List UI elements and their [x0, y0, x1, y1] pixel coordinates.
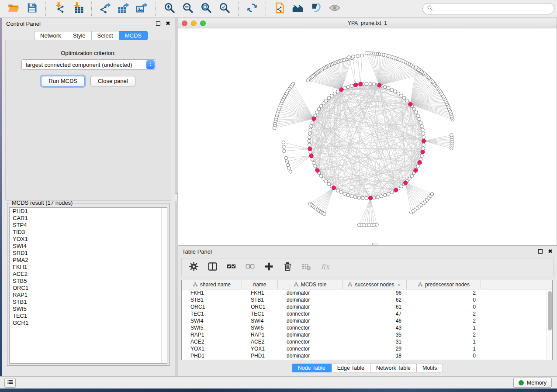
network-graph[interactable] [178, 28, 557, 245]
tab-select[interactable]: Select [92, 31, 119, 40]
show-columns-button[interactable] [207, 261, 218, 273]
column-header-successor-nodes[interactable]: successor nodes [343, 280, 407, 289]
task-history-button[interactable] [4, 378, 16, 388]
horizontal-splitter-handle[interactable] [372, 243, 378, 246]
mcds-result-item[interactable]: RAP1 [10, 292, 167, 299]
table-row[interactable]: SWI4SWI4dominator462 [182, 317, 552, 324]
table-cell: 0 [407, 303, 481, 310]
table-row[interactable]: ACE2ACE2connector311 [182, 338, 552, 345]
mcds-result-group: MCDS result (17 nodes) PHD1CAR1STP4TID3Y… [7, 203, 170, 366]
delete-table-button [301, 261, 312, 273]
create-column-button[interactable] [263, 261, 274, 273]
tab-motifs[interactable]: Motifs [417, 364, 443, 372]
table-row[interactable]: YOX1YOX1connector291 [182, 345, 552, 352]
toggle-graphics-details-button[interactable] [308, 2, 324, 16]
export-network-icon [99, 2, 111, 16]
table-cell: 62 [343, 296, 407, 303]
deselect-all-icon [245, 261, 255, 273]
export-network-button[interactable] [97, 2, 113, 16]
mcds-result-item[interactable]: YOX1 [10, 236, 167, 243]
toggle-graphics-details-icon [310, 2, 322, 16]
splitter-handle[interactable] [175, 193, 178, 201]
mcds-result-item[interactable]: SWI4 [10, 243, 167, 250]
search-input[interactable] [436, 4, 550, 14]
zoom-selected-button[interactable] [217, 2, 232, 16]
tab-network[interactable]: Network [34, 31, 67, 40]
table-row[interactable]: ORC1ORC1dominator610 [182, 303, 552, 310]
table-cell: 0 [407, 352, 481, 359]
clone-network-button[interactable] [272, 2, 287, 16]
search-field[interactable] [422, 3, 554, 14]
zoom-out-button[interactable] [180, 2, 196, 16]
table-row[interactable]: FKH1FKH1dominator962 [182, 289, 552, 296]
tab-network-table[interactable]: Network Table [370, 364, 417, 372]
network-canvas[interactable] [178, 28, 557, 245]
mcds-result-item[interactable]: STB5 [10, 278, 167, 285]
mcds-result-item[interactable]: ACE2 [10, 271, 167, 278]
mcds-result-item[interactable]: STP4 [10, 222, 167, 229]
float-panel-icon[interactable] [156, 21, 160, 26]
column-header-name[interactable]: name [242, 280, 278, 289]
import-table-button[interactable] [70, 2, 86, 16]
mcds-result-item[interactable]: PMA2 [10, 257, 167, 264]
table-cell: 1 [407, 345, 481, 352]
refresh-button[interactable] [244, 2, 260, 16]
table-row[interactable]: SWI5SWI5connector431 [182, 324, 552, 331]
table-close-icon[interactable]: ✖ [548, 249, 553, 254]
mcds-result-item[interactable]: GCR1 [10, 320, 167, 327]
tab-style[interactable]: Style [67, 31, 92, 40]
mcds-result-item[interactable]: PHD1 [10, 208, 167, 215]
column-header-MCDS-role[interactable]: MCDS role [278, 280, 343, 289]
memory-button[interactable]: Memory [513, 378, 552, 388]
vertical-splitter[interactable] [175, 18, 178, 376]
delete-column-button[interactable] [282, 261, 293, 273]
table-cell: TEC1 [242, 310, 278, 317]
mcds-result-item[interactable]: SRD1 [10, 250, 167, 257]
table-row[interactable]: STB1STB1dominator620 [182, 296, 552, 303]
zoom-fit-button[interactable] [198, 2, 214, 16]
mcds-result-list[interactable]: PHD1CAR1STP4TID3YOX1SWI4SRD1PMA2FKH1ACE2… [9, 207, 167, 364]
table-cell: ACE2 [182, 338, 242, 345]
select-all-button[interactable] [225, 261, 237, 273]
tab-node-table[interactable]: Node Table [292, 364, 332, 372]
zoom-in-button[interactable] [162, 2, 177, 16]
tab-edge-table[interactable]: Edge Table [332, 364, 370, 372]
table-panel: Table Panel ✖ f(x) shared namenameMCDS r… [178, 246, 557, 376]
export-image-button[interactable] [134, 2, 150, 16]
table-scrollbar[interactable] [547, 290, 552, 359]
mcds-result-item[interactable]: ORC1 [10, 285, 167, 292]
tab-mcds[interactable]: MCDS [119, 31, 148, 40]
table-row[interactable]: TEC1TEC1connector472 [182, 310, 552, 317]
open-file-button[interactable] [6, 2, 21, 16]
mcds-result-item[interactable]: CAR1 [10, 215, 167, 222]
column-header-shared-name[interactable]: shared name [182, 280, 242, 289]
optimization-criterion-select[interactable]: largest connected component (undirected) [21, 59, 156, 70]
mcds-result-item[interactable]: TEC1 [10, 313, 167, 320]
table-row[interactable]: PHD1PHD1dominator180 [182, 352, 552, 359]
mcds-result-item[interactable]: FKH1 [10, 264, 167, 271]
mcds-result-item[interactable]: SWI5 [10, 306, 167, 313]
table-cell: 47 [343, 310, 407, 317]
show-graphics-details-button[interactable] [327, 2, 343, 16]
export-table-button[interactable] [116, 2, 131, 16]
close-panel-button[interactable]: Close panel [90, 76, 135, 86]
toolbar-separator [45, 2, 46, 16]
import-network-button[interactable] [52, 2, 67, 16]
table-float-icon[interactable] [538, 249, 543, 254]
network-window-titlebar[interactable]: YPA_prune.txt_1 [178, 18, 557, 28]
table-scrollbar-thumb[interactable] [548, 291, 552, 330]
zoom-selected-icon [218, 2, 231, 16]
run-mcds-button[interactable]: Run MCDS [41, 76, 85, 86]
deselect-all-button[interactable] [244, 261, 256, 273]
column-header-predecessor-nodes[interactable]: predecessor nodes [407, 280, 481, 289]
table-row[interactable]: RAP1RAP1dominator352 [182, 331, 552, 338]
toolbar-separator [238, 2, 239, 16]
mcds-result-item[interactable]: STB1 [10, 299, 167, 306]
table-settings-button[interactable] [188, 261, 199, 273]
mcds-result-item[interactable]: TID3 [10, 229, 167, 236]
mcds-list-scrollbar[interactable] [161, 208, 167, 363]
control-panel-title: Control Panel [6, 21, 41, 27]
save-session-button[interactable] [24, 2, 40, 16]
close-panel-icon[interactable]: ✖ [166, 21, 170, 26]
find-button[interactable] [290, 2, 306, 16]
